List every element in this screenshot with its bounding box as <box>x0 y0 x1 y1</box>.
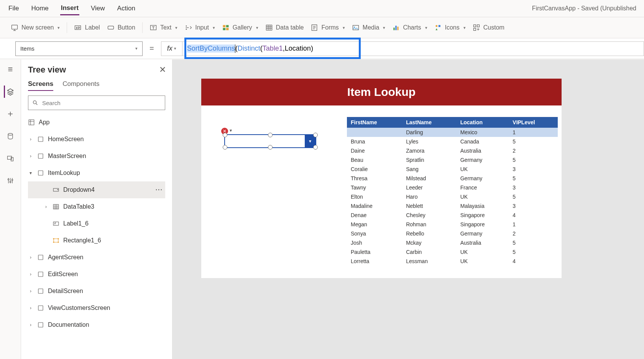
column-header[interactable]: LastName <box>402 117 457 128</box>
menu-file[interactable]: File <box>8 2 20 15</box>
caret-icon[interactable]: › <box>28 137 33 142</box>
property-selector[interactable]: Items ▾ <box>15 41 143 56</box>
tree-control-DataTable3[interactable]: › DataTable3 <box>28 198 165 215</box>
advanced-rail[interactable] <box>4 175 16 187</box>
charts-button[interactable]: Charts▾ <box>392 24 427 31</box>
tree-screen-ItemLookup[interactable]: ▾ ItemLookup <box>28 165 165 181</box>
menu-home[interactable]: Home <box>30 2 49 15</box>
screen-icon <box>37 254 44 261</box>
media-button[interactable]: Media▾ <box>352 24 386 31</box>
caret-icon[interactable]: ▾ <box>28 170 33 176</box>
table-row[interactable]: MeganRohmanSingapore1 <box>347 220 558 229</box>
dropdown-control[interactable]: ▾ <box>224 134 316 148</box>
close-panel-button[interactable]: ✕ <box>159 65 166 75</box>
caret-icon[interactable]: › <box>28 322 33 328</box>
more-button[interactable]: ··· <box>156 186 165 193</box>
gallery-button[interactable]: Gallery▾ <box>222 24 258 31</box>
table-row[interactable]: ThresaMilsteadGermany5 <box>347 174 558 183</box>
caret-icon[interactable]: › <box>43 204 49 209</box>
fx-button[interactable]: fx▾ <box>161 42 182 56</box>
forms-button[interactable]: Forms▾ <box>310 24 345 31</box>
table-row[interactable]: SonyaRebelloGermany2 <box>347 229 558 238</box>
formula-column: Location <box>285 44 311 53</box>
table-cell: Pauletta <box>347 247 402 257</box>
resize-handle[interactable] <box>268 133 273 137</box>
tree-app-root[interactable]: App <box>28 114 165 131</box>
data-table-label: Data table <box>276 24 304 31</box>
canvas-area[interactable]: Item Lookup ✕ ▾ ▾ FirstNameLastNameLocat… <box>172 59 644 359</box>
tree-control-Dropdown4[interactable]: Dropdown4 ··· <box>28 181 165 198</box>
new-screen-button[interactable]: New screen▾ <box>11 24 60 31</box>
table-row[interactable]: DenaeChesleySingapore4 <box>347 211 558 220</box>
table-row[interactable]: DaineZamoraAustralia2 <box>347 146 558 155</box>
table-row[interactable]: PaulettaCarbinUK5 <box>347 247 558 257</box>
table-row[interactable]: JoshMckayAustralia5 <box>347 238 558 247</box>
table-row[interactable]: DarlingMexico1 <box>347 128 558 137</box>
data-table-button[interactable]: Data table <box>265 24 304 31</box>
table-row[interactable]: LorrettaLessmanUK4 <box>347 257 558 266</box>
tab-components[interactable]: Components <box>62 80 99 91</box>
tree-view-rail[interactable] <box>4 86 16 98</box>
table-row[interactable]: TawnyLeederFrance3 <box>347 183 558 192</box>
column-header[interactable]: FirstName <box>347 117 402 128</box>
tree-screen-HomeScreen[interactable]: › HomeScreen <box>28 131 165 148</box>
custom-button[interactable]: Custom <box>473 24 504 31</box>
resize-handle[interactable] <box>268 145 273 150</box>
menu-action[interactable]: Action <box>117 2 136 15</box>
tree-screen-DetailScreen[interactable]: › DetailScreen <box>28 283 165 300</box>
data-table[interactable]: FirstNameLastNameLocationVIPLevel Darlin… <box>347 117 558 266</box>
table-cell: Singapore <box>457 220 509 229</box>
chevron-down-icon: ▾ <box>58 25 60 30</box>
resize-handle[interactable] <box>223 145 227 150</box>
media-rail[interactable] <box>4 152 16 165</box>
tab-screens[interactable]: Screens <box>28 80 53 91</box>
tree-screen-Documentation[interactable]: › Documentation <box>28 316 165 333</box>
gallery-label: Gallery <box>233 24 252 31</box>
resize-handle[interactable] <box>313 145 318 150</box>
input-button[interactable]: Input▾ <box>184 24 215 31</box>
resize-handle[interactable] <box>313 133 318 137</box>
tree-screen-MasterScreen[interactable]: › MasterScreen <box>28 148 165 165</box>
table-cell: 3 <box>509 183 558 192</box>
text-button[interactable]: Text▾ <box>150 24 177 31</box>
caret-icon[interactable]: › <box>28 272 33 277</box>
label-button[interactable]: Label <box>74 24 100 31</box>
tree-screen-ViewCustomersScreen[interactable]: › ViewCustomersScreen <box>28 300 165 316</box>
table-cell <box>347 128 402 137</box>
tree-screen-EditScreen[interactable]: › EditScreen <box>28 266 165 283</box>
button-button[interactable]: Button <box>107 24 135 31</box>
data-rail[interactable] <box>4 130 16 142</box>
table-row[interactable]: BeauSpratlinGermany5 <box>347 155 558 165</box>
screen-icon <box>37 170 44 176</box>
table-cell: Singapore <box>457 211 509 220</box>
formula-input[interactable]: SortByColumns(Distinct(Table1, Location) <box>182 42 644 56</box>
svg-rect-8 <box>223 28 225 30</box>
icons-button[interactable]: Icons▾ <box>434 24 466 31</box>
menu-view[interactable]: View <box>90 2 106 15</box>
hamburger-button[interactable]: ≡ <box>4 63 16 76</box>
table-row[interactable]: CoralieSangUK3 <box>347 165 558 174</box>
custom-label: Custom <box>483 24 504 31</box>
input-label: Input <box>195 24 209 31</box>
table-row[interactable]: MadalineNeblettMalayasia3 <box>347 201 558 211</box>
tree-control-Label1_6[interactable]: Label1_6 <box>28 215 165 232</box>
formula-fn-distinct: Distinct <box>238 44 260 53</box>
database-icon <box>7 132 14 140</box>
caret-icon[interactable]: › <box>28 153 33 159</box>
column-header[interactable]: Location <box>457 117 509 128</box>
column-header[interactable]: VIPLevel <box>509 117 558 128</box>
table-cell: Chesley <box>402 211 457 220</box>
tree-control-Rectangle1_6[interactable]: Rectangle1_6 <box>28 232 165 249</box>
tree-search-input[interactable] <box>42 100 161 106</box>
table-row[interactable]: EltonHaroUK5 <box>347 192 558 201</box>
error-chevron-icon[interactable]: ▾ <box>230 128 232 133</box>
caret-icon[interactable]: › <box>28 255 33 260</box>
menu-insert[interactable]: Insert <box>60 2 79 15</box>
insert-rail[interactable] <box>4 108 16 120</box>
caret-icon[interactable]: › <box>28 288 33 294</box>
resize-handle[interactable] <box>223 133 227 137</box>
tree-screen-AgentScreen[interactable]: › AgentScreen <box>28 249 165 266</box>
table-row[interactable]: BrunaLylesCanada5 <box>347 137 558 146</box>
tree-search[interactable] <box>28 96 165 110</box>
caret-icon[interactable]: › <box>28 305 33 311</box>
